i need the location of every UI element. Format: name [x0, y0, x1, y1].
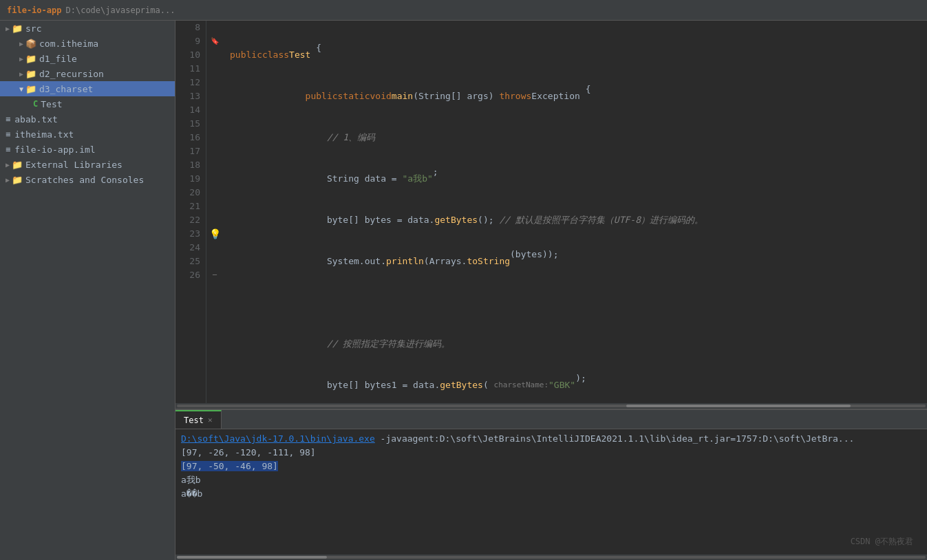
code-line-14: [230, 296, 920, 310]
gutter-26: ─: [206, 268, 223, 282]
gutter-19: [206, 172, 223, 186]
sidebar-item-scratches[interactable]: ▶ 📁 Scratches and Consoles: [0, 172, 175, 187]
sidebar-item-external-libraries[interactable]: ▶ 📁 External Libraries: [0, 157, 175, 172]
gutter-17: [206, 144, 223, 158]
console-tab-test[interactable]: Test ✕: [175, 410, 222, 429]
sidebar-item-label: d3_charset: [39, 84, 93, 94]
gutter-22: [206, 213, 223, 227]
line-number-20: 20: [181, 186, 200, 200]
bottom-tabs: Test ✕: [175, 410, 927, 429]
java-exe-link[interactable]: D:\soft\Java\jdk-17.0.1\bin\java.exe: [181, 433, 375, 444]
line-number-19: 19: [181, 172, 200, 186]
line-number-13: 13: [181, 89, 200, 103]
folder-icon: 📁: [25, 84, 36, 94]
line-number-26: 26: [181, 268, 200, 282]
sidebar-item-label: file-io-app.iml: [14, 144, 95, 155]
line-number-15: 15: [181, 117, 200, 131]
gutter-8: [206, 21, 223, 34]
title-bar: file-io-app D:\code\javaseprima...: [0, 0, 927, 21]
console-output-2-highlighted: [97, -50, -46, 98]: [181, 461, 278, 471]
gutter-12: [206, 76, 223, 89]
project-path: D:\code\javaseprima...: [65, 6, 175, 15]
console-line-4: a��b: [181, 487, 921, 501]
console-scrollbar-track: [177, 556, 926, 559]
line-number-22: 22: [181, 213, 200, 227]
folder-icon: 📁: [12, 23, 23, 34]
gutter-18: [206, 158, 223, 172]
line-number-25: 25: [181, 255, 200, 268]
code-line-16: byte[] bytes1 = data.getBytes( charsetNa…: [230, 378, 920, 392]
sidebar-item-com-itheima[interactable]: ▶ 📦 com.itheima: [0, 36, 175, 51]
sidebar-item-d3-charset[interactable]: ▼ 📁 d3_charset: [0, 81, 175, 96]
console-scrollbar[interactable]: [175, 554, 927, 560]
code-line-12: byte[] bytes = data.getBytes(); // 默认是按照…: [230, 213, 920, 227]
line-number-18: 18: [181, 158, 200, 172]
code-editor[interactable]: public class Test { public static void m…: [223, 21, 927, 403]
gutter-24: [206, 241, 223, 255]
chevron-icon: ▶: [6, 25, 10, 32]
sidebar-item-d2-recursion[interactable]: ▶ 📁 d2_recursion: [0, 66, 175, 81]
sidebar-item-abab[interactable]: ≡ abab.txt: [0, 111, 175, 127]
line-number-16: 16: [181, 131, 200, 144]
package-icon: 📦: [25, 39, 36, 49]
code-line-9: public static void main(String[] args) t…: [230, 89, 920, 103]
line-number-24: 24: [181, 241, 200, 255]
code-line-10: // 1、编码: [230, 131, 920, 144]
fold-icon[interactable]: ─: [213, 268, 217, 282]
folder-icon: 📁: [25, 54, 36, 64]
line-number-14: 14: [181, 103, 200, 117]
sidebar-item-src[interactable]: ▶ 📁 src: [0, 21, 175, 36]
line-number-9: ▶ 9: [181, 34, 200, 48]
chevron-icon: ▶: [19, 55, 23, 63]
line-number-23: 23: [181, 227, 200, 241]
sidebar-item-label: Scratches and Consoles: [25, 175, 144, 185]
gutter-14: [206, 103, 223, 117]
console-line-command: D:\soft\Java\jdk-17.0.1\bin\java.exe -ja…: [181, 432, 921, 446]
console-output-3: a我b: [181, 475, 201, 485]
gutter-25: [206, 255, 223, 268]
lightbulb-icon[interactable]: 💡: [209, 227, 221, 241]
gutter-13: [206, 89, 223, 103]
chevron-icon: ▶: [19, 40, 23, 47]
sidebar-item-test[interactable]: C Test: [0, 96, 175, 111]
code-line-11: String data = "a我b";: [230, 172, 920, 186]
folder-icon: 📁: [25, 69, 36, 79]
gutter: 🔖 💡 ─: [206, 21, 223, 403]
code-line-13: System.out.println(Arrays.toString(bytes…: [230, 255, 920, 268]
project-name: file-io-app: [7, 6, 61, 15]
watermark: CSDN @不熟夜君: [851, 536, 913, 548]
folder-icon: 📁: [12, 175, 23, 185]
gutter-15: [206, 117, 223, 131]
gutter-10: [206, 48, 223, 62]
console-tab-label: Test: [184, 416, 204, 425]
scrollbar-thumb[interactable]: [626, 405, 851, 407]
close-tab-icon[interactable]: ✕: [208, 416, 213, 424]
file-icon: ≡: [6, 129, 10, 139]
gutter-9: 🔖: [206, 34, 223, 48]
sidebar-item-d1-file[interactable]: ▶ 📁 d1_file: [0, 51, 175, 66]
file-icon: ≡: [6, 114, 10, 124]
sidebar-item-itheima[interactable]: ≡ itheima.txt: [0, 127, 175, 142]
sidebar-item-label: com.itheima: [39, 39, 98, 49]
sidebar-item-iml[interactable]: ≡ file-io-app.iml: [0, 142, 175, 157]
console-command-args: -javaagent:D:\soft\JetBrains\IntelliJIDE…: [375, 433, 855, 444]
line-number-21: 21: [181, 200, 200, 213]
gutter-16: [206, 131, 223, 144]
sidebar-item-label: Test: [41, 99, 62, 109]
console-output-area: D:\soft\Java\jdk-17.0.1\bin\java.exe -ja…: [175, 429, 927, 504]
console-scrollbar-thumb[interactable]: [177, 556, 327, 559]
file-icon: ≡: [6, 144, 10, 154]
gutter-11: [206, 62, 223, 76]
line-number-12: 12: [181, 76, 200, 89]
sidebar-item-label: src: [25, 23, 41, 34]
line-number-10: 10: [181, 48, 200, 62]
console-line-3: a我b: [181, 473, 921, 487]
line-number-17: 17: [181, 144, 200, 158]
code-line-8: public class Test {: [230, 48, 920, 62]
class-icon: C: [33, 99, 38, 109]
gutter-23: 💡: [206, 227, 223, 241]
sidebar-item-label: d1_file: [39, 54, 77, 64]
editor-scrollbar[interactable]: [175, 403, 927, 409]
console-line-2: [97, -50, -46, 98]: [181, 460, 921, 473]
console-output-4: a��b: [181, 488, 202, 499]
